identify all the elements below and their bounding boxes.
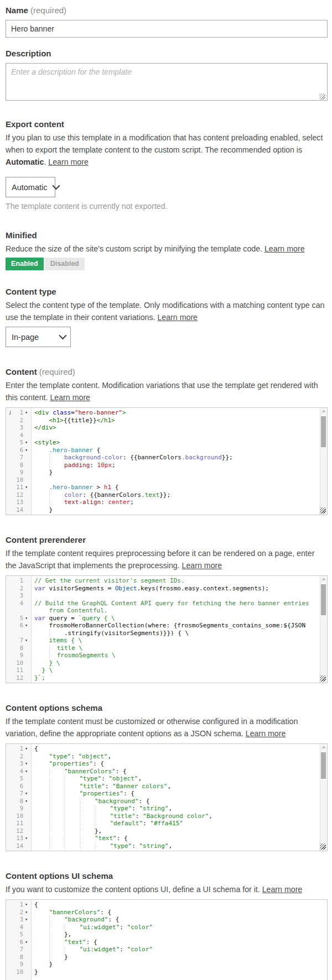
line-number: 3 <box>12 424 23 432</box>
fold-arrow-icon[interactable]: ▾ <box>23 760 29 768</box>
scrollbar[interactable] <box>320 576 327 683</box>
line-number: 11 <box>12 484 23 491</box>
line-number: 10 <box>12 968 23 976</box>
learn-more-link[interactable]: Learn more <box>157 313 198 322</box>
scrollbar-thumb[interactable] <box>321 416 326 447</box>
name-label: Name (required) <box>6 6 328 15</box>
content-type-section: Content type Select the content type of … <box>6 287 328 347</box>
fold-arrow-icon[interactable]: ▾ <box>23 439 29 447</box>
fold-arrow-icon[interactable]: ▾ <box>23 901 29 909</box>
code-line: 6▾ "text": { <box>6 939 327 946</box>
scroll-up-arrow-icon[interactable] <box>321 410 326 412</box>
line-number: 14 <box>12 506 23 514</box>
description-section: Description <box>6 49 328 103</box>
code-line: 10 } \ <box>6 659 327 667</box>
code-line: 12 color: {{bannerColors.text}}; <box>6 491 327 499</box>
line-number: 4 <box>12 432 23 439</box>
fold-arrow-icon[interactable]: ▾ <box>23 622 29 630</box>
line-number: 4 <box>12 768 23 775</box>
content-prerenderer-label: Content prerenderer <box>6 535 328 545</box>
code-line: 13 text-align: center; <box>6 499 327 506</box>
line-number: 12 <box>12 827 23 835</box>
export-content-label: Export content <box>6 119 328 129</box>
template-settings-form: Name (required) Description Export conte… <box>0 0 332 980</box>
content-options-ui-schema-description: If you want to customize the content opt… <box>6 883 328 895</box>
content-type-select[interactable]: In-page <box>6 327 71 347</box>
content-type-description: Select the content type of the template.… <box>6 299 328 323</box>
minified-enabled-button[interactable]: Enabled <box>6 258 44 270</box>
name-input[interactable] <box>6 20 328 38</box>
line-number: 2 <box>12 909 23 916</box>
line-number: 6 <box>12 622 23 630</box>
scroll-up-arrow-icon[interactable] <box>321 578 326 580</box>
fold-arrow-icon[interactable]: ▾ <box>23 909 29 916</box>
line-number: 10 <box>12 813 23 820</box>
resize-grip-icon[interactable] <box>319 93 325 99</box>
fold-arrow-icon[interactable]: ▾ <box>23 447 29 454</box>
resize-grip-icon[interactable] <box>320 675 326 682</box>
code-line: 9 } <box>6 469 327 476</box>
prerenderer-code-editor[interactable]: 1// Get the current visitor's segment ID… <box>6 575 328 683</box>
description-label: Description <box>6 49 328 59</box>
learn-more-link[interactable]: Learn more <box>262 885 303 894</box>
line-number: 8 <box>12 462 23 469</box>
resize-grip-icon[interactable] <box>320 843 326 850</box>
minified-disabled-button[interactable]: Disabled <box>45 258 85 270</box>
line-number: 8 <box>12 798 23 805</box>
code-line: 8 padding: 10px; <box>6 462 327 469</box>
code-line: 10 <box>6 476 327 484</box>
description-textarea[interactable] <box>6 63 328 101</box>
line-number: 14 <box>12 842 23 850</box>
code-line: 1▾{ <box>6 901 327 909</box>
fold-arrow-icon[interactable]: ▾ <box>23 916 29 924</box>
line-number: 7 <box>12 454 23 462</box>
fold-arrow-icon[interactable]: ▾ <box>23 745 29 753</box>
ui-schema-code-editor[interactable]: 1▾{2▾ "bannerColors": {3▾ "background": … <box>6 899 328 980</box>
code-line: 9 } <box>6 961 327 968</box>
fold-arrow-icon[interactable]: ▾ <box>23 484 29 491</box>
content-code-editor[interactable]: i1▾<div class="hero-banner">2 <h1>{{titl… <box>6 407 328 515</box>
fold-arrow-icon[interactable]: ▾ <box>23 768 29 775</box>
code-line: 7▾ "properties": { <box>6 790 327 798</box>
code-line: 12 }, <box>6 827 327 835</box>
export-content-select[interactable]: Automatic <box>6 177 55 197</box>
learn-more-link[interactable]: Learn more <box>50 393 90 402</box>
fold-arrow-icon[interactable]: ▾ <box>23 790 29 798</box>
code-line: 11 "default": "#ffa415" <box>6 820 327 827</box>
fold-arrow-icon[interactable]: ▾ <box>23 939 29 946</box>
learn-more-link[interactable]: Learn more <box>264 244 305 253</box>
line-number: 7 <box>12 637 23 644</box>
scrollbar-thumb[interactable] <box>321 752 326 779</box>
line-number: 11 <box>12 820 23 827</box>
fold-arrow-icon[interactable]: ▾ <box>23 798 29 805</box>
scroll-up-arrow-icon[interactable] <box>321 746 326 748</box>
fold-arrow-icon[interactable]: ▾ <box>23 637 29 644</box>
code-line: 10 "title": "Background color", <box>6 813 327 820</box>
code-line: 14 } <box>6 506 327 514</box>
export-status-text: The template content is currently not ex… <box>6 202 328 211</box>
code-line: 12}`; <box>6 674 327 682</box>
code-line: 11 } \ <box>6 667 327 674</box>
options-schema-code-editor[interactable]: 1▾{2 "type": "object",3▾ "properties": {… <box>6 743 328 851</box>
resize-grip-icon[interactable] <box>320 507 326 513</box>
learn-more-link[interactable]: Learn more <box>48 158 89 166</box>
line-number: 2 <box>12 753 23 761</box>
learn-more-link[interactable]: Learn more <box>246 729 286 738</box>
learn-more-link[interactable]: Learn more <box>182 561 222 570</box>
code-line: 3▾ "background": { <box>6 916 327 924</box>
fold-arrow-icon[interactable]: ▾ <box>23 835 29 842</box>
line-number: 9 <box>12 961 23 968</box>
content-description: Enter the template content. Modification… <box>6 379 328 403</box>
fold-arrow-icon[interactable]: ▾ <box>23 409 29 417</box>
scrollbar-thumb[interactable] <box>321 584 326 615</box>
line-number: 6 <box>12 939 23 946</box>
code-line: 3▾ "properties": { <box>6 760 327 768</box>
scrollbar[interactable] <box>320 408 327 515</box>
export-content-select-value: Automatic <box>12 183 47 192</box>
code-line: .stringify(visitorSegments)}}) { \ <box>6 630 327 637</box>
code-line: 7 "ui:widget": "color" <box>6 946 327 953</box>
scrollbar[interactable] <box>320 744 327 851</box>
code-line: 6 "title": "Banner colors", <box>6 783 327 790</box>
line-number: 3 <box>12 592 23 600</box>
fold-arrow-icon[interactable]: ▾ <box>23 615 29 622</box>
